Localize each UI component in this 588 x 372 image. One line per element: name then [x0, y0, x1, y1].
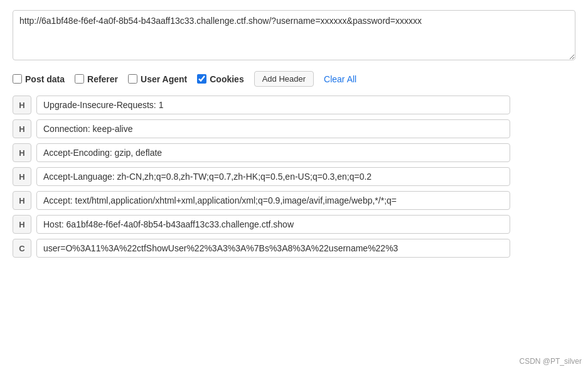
post-data-label: Post data: [25, 74, 65, 84]
clear-all-button[interactable]: Clear All: [324, 74, 356, 84]
header-value-input[interactable]: [36, 167, 510, 186]
post-data-checkbox-label[interactable]: Post data: [13, 74, 65, 84]
header-value-input[interactable]: [36, 96, 510, 114]
header-value-input[interactable]: [36, 143, 510, 162]
cookies-label: Cookies: [210, 74, 243, 84]
cookies-checkbox-label[interactable]: Cookies: [197, 74, 243, 84]
user-agent-checkbox-label[interactable]: User Agent: [128, 74, 187, 84]
watermark: CSDN @PT_silver: [519, 357, 582, 366]
referer-checkbox[interactable]: [75, 74, 84, 84]
headers-list: HHHHHHC: [13, 96, 575, 258]
header-row: H: [13, 191, 575, 210]
user-agent-checkbox[interactable]: [128, 74, 137, 84]
header-row: H: [13, 215, 575, 234]
header-type-badge: H: [13, 143, 31, 162]
referer-checkbox-label[interactable]: Referer: [75, 74, 118, 84]
header-row: H: [13, 96, 575, 114]
cookies-checkbox[interactable]: [197, 74, 206, 84]
header-row: C: [13, 239, 575, 258]
header-row: H: [13, 143, 575, 162]
header-type-badge: H: [13, 215, 31, 234]
header-type-badge: H: [13, 119, 31, 138]
post-data-checkbox[interactable]: [13, 74, 22, 84]
header-type-badge: H: [13, 191, 31, 210]
header-value-input[interactable]: [36, 215, 510, 234]
header-row: H: [13, 119, 575, 138]
user-agent-label: User Agent: [141, 74, 187, 84]
header-type-badge: C: [13, 239, 31, 258]
referer-label: Referer: [87, 74, 118, 84]
header-type-badge: H: [13, 96, 31, 114]
header-value-input[interactable]: [36, 119, 510, 138]
add-header-button[interactable]: Add Header: [254, 71, 314, 87]
url-input[interactable]: [13, 10, 575, 60]
header-value-input[interactable]: [36, 191, 510, 210]
header-value-input[interactable]: [36, 239, 510, 258]
header-row: H: [13, 167, 575, 186]
controls-row: Post data Referer User Agent Cookies Add…: [13, 71, 575, 87]
header-type-badge: H: [13, 167, 31, 186]
